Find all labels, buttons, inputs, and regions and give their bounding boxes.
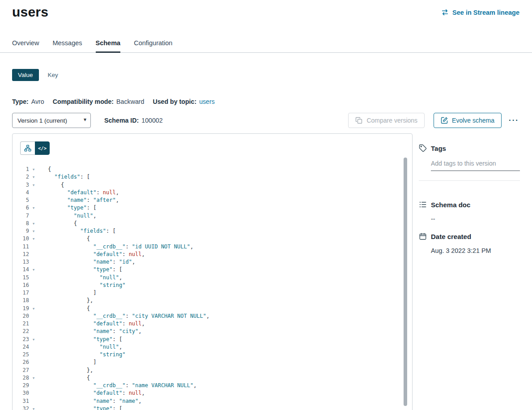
code-line: 4 "default": null, (13, 189, 412, 196)
code-text: "null", (38, 274, 122, 282)
line-number: 21 (13, 320, 29, 328)
edit-schema-icon (441, 117, 448, 124)
code-text: "name": "name", (38, 397, 142, 405)
evolve-schema-label: Evolve schema (452, 117, 494, 124)
version-select[interactable]: Version 1 (current) (12, 113, 91, 128)
fold-spacer (29, 367, 38, 374)
code-line: 10▼ { (13, 235, 412, 243)
line-number: 18 (13, 297, 29, 304)
fold-toggle-icon[interactable]: ▼ (29, 305, 38, 312)
code-view-toggle-button[interactable]: </> (35, 141, 50, 155)
code-text: "fields": [ (38, 227, 116, 235)
code-lines: 1▼{2▼ "fields": [3▼ {4 "default": null,5… (13, 166, 412, 410)
code-text: "default": null, (38, 320, 145, 328)
code-line: 6▼ "type": [ (13, 204, 412, 212)
code-line: 29 "__crdb__": "name VARCHAR NULL", (13, 382, 412, 389)
code-text: "type": [ (38, 405, 122, 410)
code-text: "fields": [ (38, 173, 90, 181)
code-line: 28▼ { (13, 374, 412, 382)
code-line: 24 "null", (13, 343, 412, 351)
fold-spacer (29, 243, 38, 251)
fold-toggle-icon[interactable]: ▼ (29, 235, 38, 243)
topic-label: Used by topic: (153, 98, 196, 105)
line-number: 17 (13, 289, 29, 297)
fold-toggle-icon[interactable]: ▼ (29, 405, 38, 410)
code-text: "type": [ (38, 204, 96, 212)
fold-toggle-icon[interactable]: ▼ (29, 266, 38, 273)
fold-toggle-icon[interactable]: ▼ (29, 166, 38, 173)
line-number: 29 (13, 382, 29, 389)
type-value: Avro (31, 98, 44, 105)
code-line: 7 "null", (13, 212, 412, 220)
date-created-value: Aug. 3 2022 3:21 PM (431, 247, 520, 254)
code-text: { (38, 220, 77, 227)
tab-configuration[interactable]: Configuration (134, 39, 172, 52)
code-line: 15 "null", (13, 274, 412, 282)
line-number: 4 (13, 189, 29, 196)
code-text: { (38, 166, 51, 173)
code-line: 27 }, (13, 367, 412, 374)
type-label: Type: (12, 98, 29, 105)
tree-view-toggle-button[interactable] (20, 141, 35, 155)
line-number: 26 (13, 359, 29, 366)
tags-input[interactable] (431, 159, 520, 171)
fold-spacer (29, 282, 38, 289)
line-number: 31 (13, 397, 29, 405)
fold-spacer (29, 297, 38, 304)
tags-title: Tags (431, 145, 446, 152)
schema-doc-icon (419, 201, 427, 209)
stream-lineage-label: See in Stream lineage (452, 9, 519, 16)
tree-view-icon (24, 145, 31, 152)
schema-doc-header: Schema doc (419, 201, 520, 209)
tab-schema[interactable]: Schema (96, 39, 121, 52)
fold-toggle-icon[interactable]: ▼ (29, 181, 38, 189)
code-text: "string" (38, 282, 125, 289)
code-text: "default": null, (38, 251, 145, 258)
code-text: "type": [ (38, 266, 122, 273)
code-text: "name": "city", (38, 328, 142, 335)
tab-overview[interactable]: Overview (12, 39, 39, 52)
line-number: 6 (13, 204, 29, 212)
line-number: 28 (13, 374, 29, 382)
line-number: 16 (13, 282, 29, 289)
compatibility-value: Backward (116, 98, 144, 105)
fold-toggle-icon[interactable]: ▼ (29, 220, 38, 227)
line-number: 30 (13, 389, 29, 397)
content-area: </> 1▼{2▼ "fields": [3▼ {4 "default": nu… (12, 133, 520, 410)
schema-sidebar: Tags Schema doc -- Date created Aug. 3 2… (419, 133, 520, 254)
schema-editor-panel: </> 1▼{2▼ "fields": [3▼ {4 "default": nu… (12, 133, 413, 410)
tab-messages[interactable]: Messages (52, 39, 82, 52)
topic-link[interactable]: users (199, 98, 215, 105)
date-created-header: Date created (419, 232, 520, 240)
compatibility-field: Compatibility mode:Backward (53, 98, 145, 105)
value-tab-button[interactable]: Value (12, 69, 39, 81)
code-text: "string" (38, 351, 125, 359)
line-number: 2 (13, 173, 29, 181)
calendar-icon (419, 232, 427, 240)
controls-row: Version 1 (current) ▾ Schema ID:100002 C… (12, 113, 520, 128)
code-line: 19▼ { (13, 305, 412, 312)
fold-toggle-icon[interactable]: ▼ (29, 336, 38, 343)
code-line: 3▼ { (13, 181, 412, 189)
fold-toggle-icon[interactable]: ▼ (29, 227, 38, 235)
key-tab-button[interactable]: Key (48, 69, 58, 81)
evolve-schema-button[interactable]: Evolve schema (434, 113, 502, 128)
more-menu-button[interactable]: ··· (508, 114, 520, 127)
topic-field: Used by topic:users (153, 98, 214, 105)
fold-spacer (29, 258, 38, 266)
stream-lineage-link[interactable]: See in Stream lineage (441, 9, 519, 16)
fold-spacer (29, 189, 38, 196)
schema-doc-value: -- (431, 215, 520, 222)
code-text: "type": [ (38, 336, 122, 343)
editor-scrollbar-thumb[interactable] (404, 158, 407, 406)
line-number: 9 (13, 227, 29, 235)
fold-toggle-icon[interactable]: ▼ (29, 173, 38, 181)
code-line: 17 ] (13, 289, 412, 297)
compare-versions-button[interactable]: Compare versions (348, 113, 425, 128)
code-line: 32▼ "type": [ (13, 405, 412, 410)
fold-toggle-icon[interactable]: ▼ (29, 204, 38, 212)
line-number: 3 (13, 181, 29, 189)
fold-toggle-icon[interactable]: ▼ (29, 374, 38, 382)
code-text: "default": null, (38, 389, 145, 397)
line-number: 5 (13, 196, 29, 204)
